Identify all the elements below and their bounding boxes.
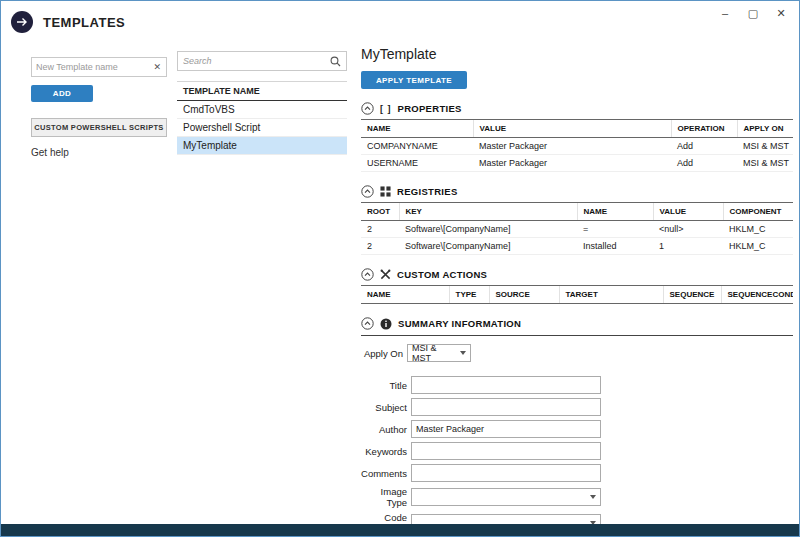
nav-arrow-button[interactable] (11, 11, 33, 33)
search-input[interactable] (183, 56, 330, 66)
column-header: TYPE (449, 286, 489, 304)
custom-actions-section-header: CUSTOM ACTIONS (361, 268, 793, 281)
collapse-icon[interactable] (361, 185, 374, 198)
column-header: NAME (577, 203, 653, 221)
column-header: ROOT (361, 203, 399, 221)
table-cell: Master Packager (473, 155, 671, 172)
new-template-input[interactable] (36, 62, 152, 72)
properties-section-header: [ ] PROPERTIES (361, 102, 793, 115)
collapse-icon[interactable] (361, 102, 374, 115)
comments-label: Comments (361, 468, 407, 479)
column-header: NAME (361, 286, 449, 304)
column-header: NAME (361, 120, 473, 138)
author-label: Author (361, 424, 407, 435)
properties-table: NAME VALUE OPERATION APPLY ON COMPANYNAM… (361, 119, 793, 172)
subject-row: Subject (361, 398, 793, 416)
get-help-link[interactable]: Get help (31, 147, 167, 158)
chevron-down-icon (460, 351, 466, 355)
subject-input[interactable] (412, 402, 600, 412)
column-header: KEY (399, 203, 577, 221)
subject-label: Subject (361, 402, 407, 413)
maximize-button[interactable]: ▢ (739, 3, 767, 23)
table-cell: 2 (361, 221, 399, 238)
app-header: TEMPLATES (11, 11, 125, 33)
new-template-field-wrap: ✕ (31, 57, 167, 77)
keywords-input[interactable] (412, 446, 600, 456)
author-row: Author (361, 420, 793, 438)
table-row[interactable]: USERNAMEMaster PackagerAddMSI & MST (361, 155, 793, 172)
table-header-row: NAME TYPE SOURCE TARGET SEQUENCE SEQUENC… (361, 286, 793, 304)
table-row[interactable]: 2Software\[CompanyName]=<null>HKLM_C (361, 221, 793, 238)
table-cell: 1 (653, 238, 723, 255)
minimize-button[interactable]: – (711, 3, 739, 23)
table-row[interactable]: COMPANYNAMEMaster PackagerAddMSI & MST (361, 138, 793, 155)
section-title: REGISTRIES (397, 186, 458, 197)
table-cell: Add (671, 138, 737, 155)
template-list-item[interactable]: MyTemplate (177, 137, 347, 155)
column-header: APPLY ON (737, 120, 793, 138)
column-header: OPERATION (671, 120, 737, 138)
table-cell: HKLM_C (723, 221, 793, 238)
summary-fields: Title Subject Author Keywords Comments (361, 376, 793, 537)
image-type-row: Image Type (361, 486, 793, 508)
table-cell: USERNAME (361, 155, 473, 172)
template-list-panel: TEMPLATE NAME CmdToVBSPowershell ScriptM… (177, 51, 347, 155)
title-label: Title (361, 380, 407, 391)
search-box (177, 51, 347, 71)
summary-section-header: SUMMARY INFORMATION (361, 317, 793, 336)
column-header: VALUE (653, 203, 723, 221)
column-header: SOURCE (489, 286, 559, 304)
table-cell: 2 (361, 238, 399, 255)
custom-actions-section: CUSTOM ACTIONS NAME TYPE SOURCE TARGET S… (361, 268, 793, 304)
table-cell: = (577, 221, 653, 238)
apply-on-label: Apply On (361, 348, 403, 359)
chevron-down-icon (590, 495, 596, 499)
template-title: MyTemplate (361, 46, 793, 62)
collapse-icon[interactable] (361, 268, 374, 281)
table-cell: COMPANYNAME (361, 138, 473, 155)
clear-icon[interactable]: ✕ (152, 62, 162, 72)
arrow-right-icon (16, 17, 28, 27)
custom-powershell-scripts-button[interactable]: CUSTOM POWERSHELL SCRIPTS (31, 118, 167, 137)
section-title: SUMMARY INFORMATION (398, 318, 521, 329)
apply-on-row: Apply On MSI & MST (361, 344, 793, 362)
apply-template-button[interactable]: APPLY TEMPLATE (361, 71, 467, 89)
window-controls: – ▢ ✕ (711, 3, 795, 23)
image-type-select[interactable] (411, 488, 601, 506)
add-button[interactable]: ADD (31, 85, 93, 102)
tools-icon (380, 269, 391, 280)
table-cell: Master Packager (473, 138, 671, 155)
search-icon (330, 56, 341, 67)
column-header: TARGET (559, 286, 663, 304)
author-input[interactable] (412, 424, 600, 434)
properties-section: [ ] PROPERTIES NAME VALUE OPERATION APPL… (361, 102, 793, 172)
app-window: – ▢ ✕ TEMPLATES ✕ ADD CUSTOM POWERSHELL … (0, 0, 800, 537)
page-title: TEMPLATES (43, 15, 125, 30)
apply-on-value: MSI & MST (412, 343, 456, 363)
template-list-item[interactable]: CmdToVBS (177, 101, 347, 119)
table-cell: MSI & MST (737, 155, 793, 172)
column-header: SEQUENCECONDITION (721, 286, 793, 304)
registry-grid-icon (380, 186, 391, 197)
apply-on-select[interactable]: MSI & MST (407, 344, 471, 362)
close-button[interactable]: ✕ (767, 3, 795, 23)
image-type-label: Image Type (361, 486, 407, 508)
collapse-icon[interactable] (361, 317, 374, 330)
custom-actions-table: NAME TYPE SOURCE TARGET SEQUENCE SEQUENC… (361, 285, 793, 304)
table-header-row: NAME VALUE OPERATION APPLY ON (361, 120, 793, 138)
table-row[interactable]: 2Software\[CompanyName]Installed1HKLM_C (361, 238, 793, 255)
status-bar (1, 524, 799, 536)
title-input[interactable] (412, 380, 600, 390)
template-list-item[interactable]: Powershell Script (177, 119, 347, 137)
properties-icon: [ ] (380, 104, 392, 114)
template-list: CmdToVBSPowershell ScriptMyTemplate (177, 101, 347, 155)
table-cell: Software\[CompanyName] (399, 238, 577, 255)
comments-input[interactable] (412, 468, 600, 478)
registries-section-header: REGISTRIES (361, 185, 793, 198)
table-cell: HKLM_C (723, 238, 793, 255)
column-header: SEQUENCE (663, 286, 721, 304)
detail-panel: MyTemplate APPLY TEMPLATE [ ] PROPERTIES… (361, 46, 793, 537)
keywords-label: Keywords (361, 446, 407, 457)
template-list-header: TEMPLATE NAME (177, 81, 347, 101)
registries-table: ROOT KEY NAME VALUE COMPONENT 2Software\… (361, 202, 793, 255)
